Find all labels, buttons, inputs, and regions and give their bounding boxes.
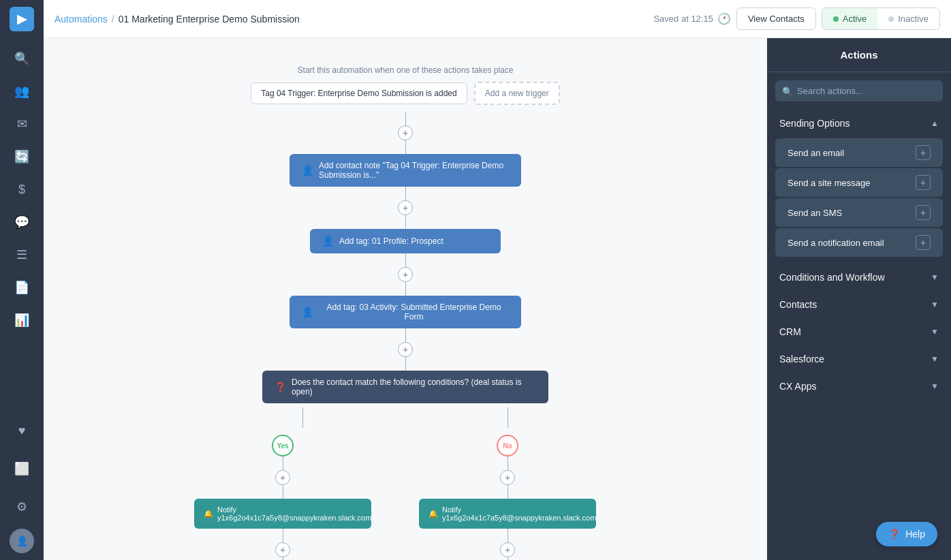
trigger-box-1[interactable]: Tag 04 Trigger: Enterprise Demo Submissi… xyxy=(251,82,467,104)
chevron-down-icon-1: ▼ xyxy=(931,273,939,282)
trigger-row: Tag 04 Trigger: Enterprise Demo Submissi… xyxy=(251,82,560,105)
start-text: Start this automation when one of these … xyxy=(298,65,514,75)
node-add-tag-activity[interactable]: 👤 Add tag: 03 Activity: Submitted Enterp… xyxy=(290,296,521,328)
cl xyxy=(283,557,283,560)
cl xyxy=(405,282,406,296)
section-contacts[interactable]: Contacts ▼ xyxy=(767,291,951,318)
cl xyxy=(405,187,406,200)
bell-icon: 🔔 xyxy=(204,510,213,518)
branch-yes: Yes + 🔔 Notify y1x6g2o4x1c7a5y8@snappykr… xyxy=(194,435,371,560)
sidebar-item-analytics[interactable]: 📊 xyxy=(8,307,35,334)
cl xyxy=(283,485,283,499)
breadcrumb: Automations / 01 Marketing Enterprise De… xyxy=(54,14,300,25)
notify-no-label: Notify y1x6g2o4x1c7a5y8@snappykraken.sla… xyxy=(442,505,596,522)
branch-right-line xyxy=(508,407,508,428)
sidebar-item-messages[interactable]: 💬 xyxy=(8,208,35,236)
sidebar-item-pages[interactable]: ⬜ xyxy=(8,455,35,482)
action-send-sms[interactable]: Send an SMS + xyxy=(775,198,943,227)
user-icon-2: 👤 xyxy=(322,236,334,247)
add-send-email-icon[interactable]: + xyxy=(916,145,931,160)
conditions-workflow-label: Conditions and Workflow xyxy=(779,272,885,283)
cl xyxy=(508,529,508,542)
section-conditions-workflow[interactable]: Conditions and Workflow ▼ xyxy=(767,264,951,291)
add-node-no[interactable]: + xyxy=(500,470,515,485)
saved-label: Saved at 12:15 xyxy=(653,14,713,24)
sending-options-label: Sending Options xyxy=(779,118,850,129)
search-icon: 🔍 xyxy=(782,86,793,96)
cl xyxy=(508,456,508,470)
add-node-button-4[interactable]: + xyxy=(398,342,413,357)
section-sending-options[interactable]: Sending Options ▲ xyxy=(767,110,951,137)
sidebar: ▶ 🔍 👥 ✉ 🔄 $ 💬 ☰ 📄 📊 ♥ ⬜ ⚙ 👤 xyxy=(0,0,44,560)
section-cx-apps[interactable]: CX Apps ▼ xyxy=(767,373,951,400)
section-crm[interactable]: CRM ▼ xyxy=(767,318,951,345)
sidebar-item-mail[interactable]: ✉ xyxy=(8,110,35,138)
action-send-site-message[interactable]: Send a site message + xyxy=(775,168,943,197)
sidebar-item-settings[interactable]: ⚙ xyxy=(8,493,35,520)
cl xyxy=(508,557,508,560)
help-button[interactable]: ❓ Help xyxy=(876,522,937,546)
section-salesforce[interactable]: Salesforce ▼ xyxy=(767,345,951,373)
chevron-down-icon-4: ▼ xyxy=(931,354,939,364)
add-site-message-icon[interactable]: + xyxy=(916,175,931,190)
panel-title: Actions xyxy=(767,38,951,72)
clock-icon[interactable]: 🕐 xyxy=(717,12,731,25)
sidebar-item-favorites[interactable]: ♥ xyxy=(8,417,35,444)
add-node-no-2[interactable]: + xyxy=(500,542,515,557)
add-node-button-1[interactable]: + xyxy=(398,125,413,140)
node-add-contact-note[interactable]: 👤 Add contact note "Tag 04 Trigger: Ente… xyxy=(290,154,521,187)
node-notify-yes[interactable]: 🔔 Notify y1x6g2o4x1c7a5y8@snappykraken.s… xyxy=(194,499,371,529)
bell-icon-2: 🔔 xyxy=(428,510,438,518)
sending-options-content: Send an email + Send a site message + Se… xyxy=(767,137,951,264)
action-send-email[interactable]: Send an email + xyxy=(775,138,943,167)
question-icon: ❓ xyxy=(275,382,286,392)
sidebar-item-lists[interactable]: ☰ xyxy=(8,241,35,268)
content-area: Start this automation when one of these … xyxy=(44,38,951,560)
node-3-label: Add tag: 03 Activity: Submitted Enterpri… xyxy=(319,302,509,322)
add-notification-icon[interactable]: + xyxy=(916,235,931,250)
inactive-dot xyxy=(888,16,894,22)
flow-container: Start this automation when one of these … xyxy=(57,52,753,560)
node-notify-no[interactable]: 🔔 Notify y1x6g2o4x1c7a5y8@snappykraken.s… xyxy=(419,499,596,529)
search-actions-input[interactable] xyxy=(775,80,943,102)
breadcrumb-automations-link[interactable]: Automations xyxy=(54,14,108,25)
add-node-button-3[interactable]: + xyxy=(398,267,413,282)
sidebar-item-search[interactable]: 🔍 xyxy=(8,45,35,72)
branch-row: Yes + 🔔 Notify y1x6g2o4x1c7a5y8@snappykr… xyxy=(194,435,617,560)
status-inactive-button[interactable]: Inactive xyxy=(877,8,939,29)
sidebar-item-automation[interactable]: 🔄 xyxy=(8,143,35,170)
status-active-button[interactable]: Active xyxy=(822,8,877,29)
help-label: Help xyxy=(905,529,925,540)
avatar[interactable]: 👤 xyxy=(10,529,34,553)
node-condition-deal-status[interactable]: ❓ Does the contact match the following c… xyxy=(262,371,548,403)
add-node-button-2[interactable]: + xyxy=(398,200,413,215)
right-panel: Actions 🔍 Sending Options ▲ Send an emai… xyxy=(767,38,951,560)
branch-left-line xyxy=(302,407,303,428)
user-icon: 👤 xyxy=(302,165,313,176)
trigger-box-2[interactable]: Add a new trigger xyxy=(474,82,560,105)
connector-line xyxy=(405,112,406,125)
sidebar-logo[interactable]: ▶ xyxy=(10,7,34,31)
connector-3: + xyxy=(398,253,413,296)
cx-apps-label: CX Apps xyxy=(779,381,816,392)
canvas-inner: Start this automation when one of these … xyxy=(44,38,767,560)
sidebar-bottom: ♥ ⬜ ⚙ 👤 xyxy=(8,414,35,553)
add-sms-icon[interactable]: + xyxy=(916,205,931,220)
node-add-tag-prospect[interactable]: 👤 Add tag: 01 Profile: Prospect xyxy=(310,229,501,253)
status-active-label: Active xyxy=(843,14,867,24)
sidebar-item-reports[interactable]: 📄 xyxy=(8,274,35,301)
add-node-yes[interactable]: + xyxy=(275,470,290,485)
chevron-down-icon-5: ▼ xyxy=(931,382,939,391)
sidebar-item-deals[interactable]: $ xyxy=(8,176,35,203)
chevron-up-icon: ▲ xyxy=(931,119,939,128)
status-inactive-label: Inactive xyxy=(898,14,929,24)
cl xyxy=(405,328,406,342)
add-node-yes-2[interactable]: + xyxy=(275,542,290,557)
user-icon-3: 👤 xyxy=(302,307,313,317)
branch-no: No + 🔔 Notify y1x6g2o4x1c7a5y8@snappykra… xyxy=(399,435,617,560)
canvas[interactable]: Start this automation when one of these … xyxy=(44,38,767,560)
send-notification-label: Send a notification email xyxy=(788,238,884,248)
view-contacts-button[interactable]: View Contacts xyxy=(736,7,816,30)
sidebar-item-contacts[interactable]: 👥 xyxy=(8,78,35,105)
action-send-notification-email[interactable]: Send a notification email + xyxy=(775,228,943,257)
